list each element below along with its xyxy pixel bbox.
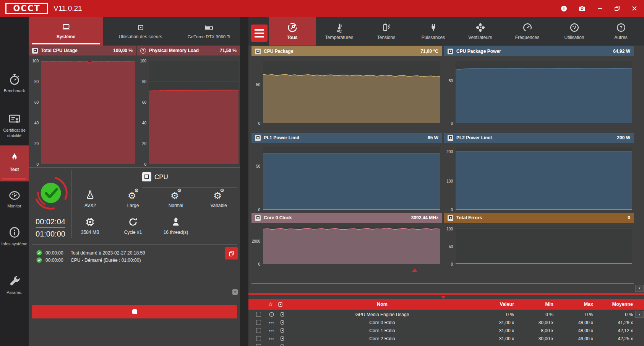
tab-puissances[interactable]: Puissances xyxy=(410,17,457,46)
row-name: GPU Media Engine Usage xyxy=(290,311,474,318)
row-min: 0 % xyxy=(515,311,553,318)
log-scroll-down-button[interactable]: ▾ xyxy=(232,289,238,295)
more-options-icon[interactable]: ••• xyxy=(267,327,276,334)
tab-frequences[interactable]: Fréquences xyxy=(504,17,551,46)
tab-autres[interactable]: ? Autres xyxy=(598,17,644,46)
splitter-arrow-icon[interactable] xyxy=(441,296,446,299)
favorite-star-icon[interactable]: ☆ xyxy=(267,299,274,310)
sidebar-item-test[interactable]: Test xyxy=(0,145,29,181)
active-underline xyxy=(2,178,26,180)
col-valeur[interactable]: Valeur xyxy=(472,299,514,310)
charts-scroll-down-button[interactable]: ▼ xyxy=(635,285,644,292)
sensor-icon xyxy=(255,215,261,221)
sidebar-item-benchmark[interactable]: Benchmark xyxy=(0,72,29,93)
test-option-cycle: Cycle #1 xyxy=(112,216,154,235)
row-name: Core 0 Ratio xyxy=(290,319,474,326)
core0-clock-chart: 20000 xyxy=(251,227,440,264)
tab-label: Fréquences xyxy=(515,35,539,40)
col-max[interactable]: Max xyxy=(555,299,593,310)
tab-label: Puissances xyxy=(422,35,445,40)
copy-log-button[interactable] xyxy=(225,247,238,260)
hamburger-icon xyxy=(255,29,264,31)
row-checkbox[interactable] xyxy=(256,320,261,325)
row-checkbox[interactable] xyxy=(256,312,261,317)
test-device-title: CPU xyxy=(154,173,168,181)
tab-temperatures[interactable]: Températures xyxy=(316,17,363,46)
plot-area xyxy=(456,227,632,264)
tab-label: Système xyxy=(57,34,75,39)
restore-icon xyxy=(614,5,621,12)
chart-title: Total Errors xyxy=(456,215,482,220)
tab-ventilateurs[interactable]: Ventilateurs xyxy=(457,17,504,46)
sidebar-item-label: Certificat de stabilité xyxy=(0,127,29,139)
chart-title: PL2 Power Limit xyxy=(456,135,492,140)
elapsed-time: 00:02:04 xyxy=(29,217,71,226)
table-row[interactable]: ••• Core 1 Ratio 31,00 x 8,00 x 48,00 x … xyxy=(251,327,634,334)
tab-systeme[interactable]: Système xyxy=(29,17,103,46)
plot-area xyxy=(263,147,440,210)
restore-button[interactable] xyxy=(613,4,622,13)
chart-value: 64,92 W xyxy=(613,49,630,54)
worker-icon xyxy=(170,216,182,228)
table-row[interactable]: ••• Core 2 Ratio 31,00 x 30,00 x 49,00 x… xyxy=(251,335,634,342)
chart-title: CPU Package xyxy=(264,49,293,54)
scroll-up-hint-icon[interactable] xyxy=(412,268,417,272)
table-row[interactable]: ••• Core 0 Ratio 31,00 x 30,00 x 48,00 x… xyxy=(251,319,634,326)
tab-utilisation[interactable]: Utilisation xyxy=(551,17,598,46)
more-options-icon[interactable]: ••• xyxy=(267,335,276,342)
y-axis: 20000 xyxy=(251,227,262,264)
test-option-data-set: ⚙⚙ Large xyxy=(112,189,154,208)
physical-memory-chart: 100806040200 xyxy=(137,61,238,164)
plot-area xyxy=(263,227,440,264)
col-nom[interactable]: Nom xyxy=(290,299,474,310)
row-max: 0 % xyxy=(555,311,593,318)
wrench-circle-icon xyxy=(287,22,298,33)
check-icon xyxy=(36,250,42,256)
option-label: 16 thread(s) xyxy=(164,230,188,235)
flame-icon xyxy=(8,152,21,165)
fan-icon xyxy=(475,22,486,33)
menu-button[interactable] xyxy=(251,24,268,42)
sidebar-item-certificat[interactable]: Certificat de stabilité xyxy=(0,113,29,139)
stop-test-button[interactable] xyxy=(32,305,237,318)
tab-label: GeForce RTX 3060 Ti xyxy=(188,34,230,39)
tab-label: Utilisation des coeurs xyxy=(118,34,162,39)
row-value: 31,00 x xyxy=(472,319,514,326)
monitor-icon xyxy=(277,335,287,342)
table-row[interactable]: GPU Media Engine Usage 0 % 0 % 0 % 0 % xyxy=(251,311,634,318)
tab-utilisation-coeurs[interactable]: Utilisation des coeurs xyxy=(103,17,178,46)
sidebar-item-monitor[interactable]: Monitor xyxy=(0,189,29,209)
close-button[interactable] xyxy=(630,4,639,13)
tab-label: Tensions xyxy=(377,35,395,40)
test-option-load-type: ⚙⚙ Variable xyxy=(197,189,240,208)
col-min[interactable]: Min xyxy=(515,299,553,310)
charts-bottom-separator xyxy=(251,283,634,284)
table-splitter-bar[interactable] xyxy=(248,293,644,295)
info-button[interactable] xyxy=(559,4,568,13)
minimize-button[interactable] xyxy=(595,4,605,13)
screenshot-button[interactable] xyxy=(577,4,587,13)
row-min: 8,00 x xyxy=(515,327,553,334)
tab-tous[interactable]: Tous xyxy=(269,17,316,46)
monitor-column-icon[interactable] xyxy=(276,299,284,310)
sidebar-item-params[interactable]: Params. xyxy=(0,274,29,295)
col-moyenne[interactable]: Moyenne xyxy=(593,299,633,310)
sidebar-item-infos[interactable]: Infos système xyxy=(0,225,29,246)
sensor-icon xyxy=(32,48,38,54)
tab-geforce[interactable]: GeForce RTX 3060 Ti xyxy=(178,17,240,46)
gpu-icon xyxy=(204,23,214,33)
row-value: 31,00 x xyxy=(472,327,514,334)
row-checkbox[interactable] xyxy=(256,328,261,333)
y-axis: 100806040200 xyxy=(29,61,41,164)
more-options-icon[interactable]: ••• xyxy=(267,319,276,326)
row-checkbox[interactable] xyxy=(256,336,261,341)
table-scroll-up-button[interactable]: ▲ xyxy=(635,311,644,318)
plot-area xyxy=(41,61,135,164)
occt-window: OCCT V11.0.21 Benchmark Certificat de st… xyxy=(0,0,644,346)
chart-title: Physical Memory Load xyxy=(149,48,199,53)
tab-tensions[interactable]: Tensions xyxy=(363,17,410,46)
refresh-icon xyxy=(127,216,139,228)
chart-value: 100,00 % xyxy=(113,48,133,53)
chart-value: 0 xyxy=(628,215,630,220)
sensor-icon xyxy=(448,49,453,54)
